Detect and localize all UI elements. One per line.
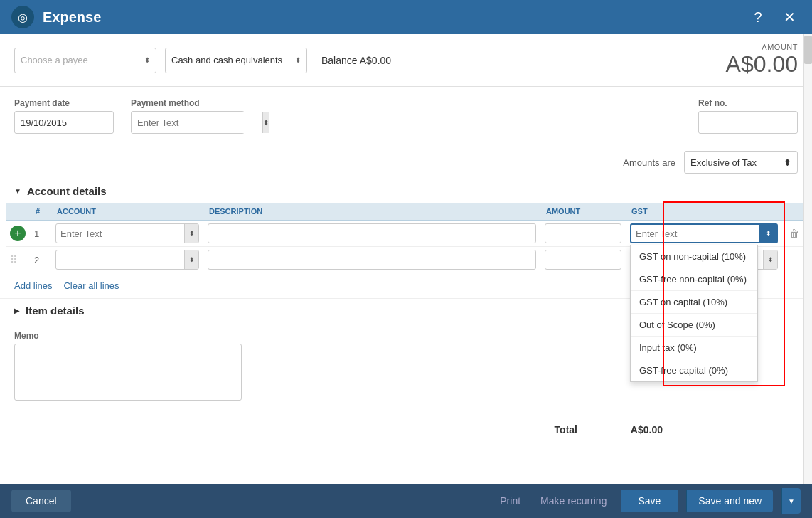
amounts-are-label: Amounts are <box>623 157 675 168</box>
gst-option-3[interactable]: GST on capital (10%) <box>631 291 757 314</box>
row1-account-input[interactable] <box>56 224 184 243</box>
tax-select[interactable]: Exclusive of Tax ⬍ <box>684 151 798 174</box>
page-title: Expense <box>43 9 738 26</box>
account-details-title: Account details <box>27 185 107 197</box>
th-drag <box>6 203 30 221</box>
print-button[interactable]: Print <box>494 490 526 512</box>
help-button[interactable]: ? <box>747 6 769 28</box>
app-icon-symbol: ◎ <box>18 11 28 24</box>
gst-option-6[interactable]: GST-free capital (0%) <box>631 359 757 381</box>
table-row: + 1 ⬍ <box>6 221 806 247</box>
clear-all-lines-link[interactable]: Clear all lines <box>63 280 119 291</box>
gst-dropdown-container: ⬍ GST on non-capital (10%) GST-free non-… <box>630 223 778 243</box>
row2-amount-input[interactable] <box>545 250 621 270</box>
add-lines-link[interactable]: Add lines <box>14 280 52 291</box>
row2-gst-arrow-icon[interactable]: ⬍ <box>763 250 777 269</box>
tax-option-value: Exclusive of Tax <box>690 157 757 168</box>
row2-account-input[interactable] <box>56 250 184 269</box>
payment-date-field: Payment date <box>14 98 114 134</box>
ref-field: Ref no. <box>698 98 798 134</box>
payment-method-select[interactable]: ⬍ <box>131 111 245 134</box>
gst-dropdown-list: GST on non-capital (10%) GST-free non-ca… <box>630 245 758 382</box>
main-content: Choose a payee ⬍ Cash and cash equivalen… <box>0 34 812 484</box>
account-arrow-icon: ⬍ <box>295 56 301 64</box>
row1-delete-cell: 🗑 <box>782 221 806 247</box>
drag-handle-icon: ⠿ <box>10 254 17 265</box>
account-value: Cash and cash equivalents <box>171 55 282 65</box>
total-amount: A$0.00 <box>592 424 663 435</box>
row1-amount-input[interactable] <box>545 223 621 243</box>
save-button[interactable]: Save <box>621 490 678 512</box>
row1-account-cell: ⬍ <box>51 221 203 247</box>
total-label: Total <box>555 424 577 435</box>
payee-select[interactable]: Choose a payee ⬍ <box>14 48 156 73</box>
payee-arrow-icon: ⬍ <box>144 56 150 64</box>
app-icon: ◎ <box>11 6 34 28</box>
account-select[interactable]: Cash and cash equivalents ⬍ <box>165 48 307 73</box>
memo-textarea[interactable] <box>14 344 242 401</box>
top-bar: Choose a payee ⬍ Cash and cash equivalen… <box>0 34 812 87</box>
item-details-title: Item details <box>26 305 85 317</box>
payment-method-arrow-icon[interactable]: ⬍ <box>262 112 269 133</box>
row1-add-cell: + <box>6 221 30 247</box>
row1-account-input-wrapper[interactable]: ⬍ <box>55 223 199 243</box>
gst-option-5[interactable]: Input tax (0%) <box>631 337 757 359</box>
th-amount: AMOUNT <box>540 203 626 221</box>
account-details-header[interactable]: ▼ Account details <box>0 179 812 203</box>
add-row-button[interactable]: + <box>10 226 26 241</box>
account-table: # ACCOUNT DESCRIPTION AMOUNT GST + 1 <box>6 203 806 273</box>
close-button[interactable]: ✕ <box>778 6 801 28</box>
row1-gst-cell: ⬍ GST on non-capital (10%) GST-free non-… <box>626 221 782 247</box>
account-table-wrapper: # ACCOUNT DESCRIPTION AMOUNT GST + 1 <box>6 203 806 273</box>
tax-row: Amounts are Exclusive of Tax ⬍ <box>0 145 812 179</box>
payment-method-label: Payment method <box>131 98 245 108</box>
row2-account-arrow-icon[interactable]: ⬍ <box>184 250 198 269</box>
row2-account-input-wrapper[interactable]: ⬍ <box>55 250 199 270</box>
th-gst: GST <box>626 203 782 221</box>
form-row: Payment date Payment method ⬍ Ref no. <box>0 87 812 145</box>
gst-option-2[interactable]: GST-free non-capital (0%) <box>631 268 757 291</box>
payment-method-input[interactable] <box>132 112 262 133</box>
row2-amount-cell <box>540 247 626 273</box>
payment-date-label: Payment date <box>14 98 114 108</box>
row2-num: 2 <box>30 247 51 273</box>
payee-placeholder: Choose a payee <box>21 55 88 65</box>
save-and-new-button[interactable]: Save and new <box>686 490 773 512</box>
row2-description-input[interactable] <box>208 250 536 270</box>
gst-option-1[interactable]: GST on non-capital (10%) <box>631 245 757 268</box>
make-recurring-button[interactable]: Make recurring <box>535 490 612 512</box>
th-account: ACCOUNT <box>51 203 203 221</box>
th-delete <box>782 203 806 221</box>
balance-display: Balance A$0.00 <box>321 55 391 66</box>
row2-delete-cell <box>782 247 806 273</box>
row2-account-cell: ⬍ <box>51 247 203 273</box>
row1-amount-cell <box>540 221 626 247</box>
tax-arrow-icon: ⬍ <box>784 157 791 168</box>
row1-description-cell <box>203 221 540 247</box>
gst-text-input[interactable] <box>631 225 759 242</box>
ref-input[interactable] <box>698 111 798 134</box>
gst-input[interactable]: ⬍ <box>630 223 778 243</box>
balance-amount: A$0.00 <box>360 55 391 66</box>
row1-account-arrow-icon[interactable]: ⬍ <box>184 224 198 243</box>
gst-arrow-icon[interactable]: ⬍ <box>759 225 776 242</box>
row2-drag-cell: ⠿ <box>6 247 30 273</box>
ref-label: Ref no. <box>698 98 798 108</box>
payment-method-field: Payment method ⬍ <box>131 98 245 134</box>
row1-description-input[interactable] <box>208 223 536 243</box>
scrollbar[interactable] <box>803 34 812 484</box>
cancel-button[interactable]: Cancel <box>11 490 71 512</box>
payment-date-input[interactable] <box>14 111 114 134</box>
footer: Cancel Print Make recurring Save Save an… <box>0 484 812 518</box>
th-num: # <box>30 203 51 221</box>
save-dropdown-button[interactable]: ▼ <box>781 488 801 514</box>
gst-option-4[interactable]: Out of Scope (0%) <box>631 314 757 337</box>
amount-label: AMOUNT <box>726 43 798 51</box>
item-details-arrow-icon: ▶ <box>14 307 20 314</box>
account-details-arrow-icon: ▼ <box>14 187 21 195</box>
amount-value: A$0.00 <box>726 51 798 78</box>
row1-num: 1 <box>30 221 51 247</box>
total-row: Total A$0.00 <box>0 418 812 441</box>
th-description: DESCRIPTION <box>203 203 540 221</box>
row1-delete-icon[interactable]: 🗑 <box>786 228 802 239</box>
